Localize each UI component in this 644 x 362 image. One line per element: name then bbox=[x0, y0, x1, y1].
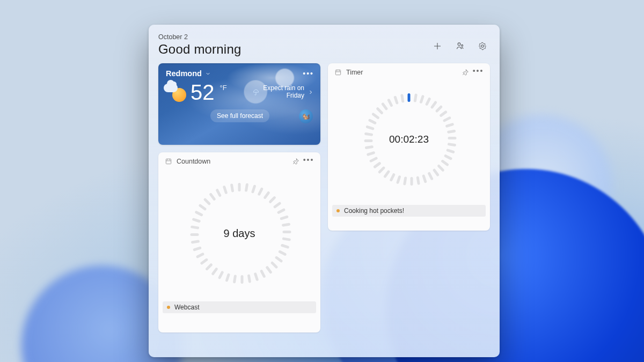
weather-temperature: 52 bbox=[191, 82, 215, 103]
gear-icon bbox=[478, 41, 487, 51]
countdown-dial: 9 days bbox=[183, 177, 296, 290]
countdown-status-text: Webcast bbox=[174, 304, 199, 311]
svg-point-0 bbox=[458, 43, 460, 46]
svg-rect-3 bbox=[166, 159, 171, 164]
weather-location-selector[interactable]: Redmond bbox=[166, 69, 211, 78]
svg-point-1 bbox=[462, 45, 463, 46]
more-icon: ••• bbox=[473, 67, 484, 75]
countdown-card: Countdown ••• 9 days Webcast bbox=[158, 152, 320, 333]
chevron-right-icon bbox=[308, 89, 314, 95]
status-dot-icon bbox=[167, 306, 170, 309]
header-greeting: Good morning bbox=[158, 42, 241, 57]
svg-point-2 bbox=[481, 45, 484, 48]
weather-unit: °F bbox=[220, 84, 227, 92]
timer-card: Timer ••• 00:02:23 Cooking hot pockets! bbox=[328, 63, 490, 231]
timer-dial: 00:02:23 bbox=[355, 86, 463, 193]
status-dot-icon bbox=[336, 209, 340, 212]
umbrella-icon bbox=[252, 88, 260, 96]
see-full-forecast-button[interactable]: See full forecast bbox=[210, 109, 269, 122]
timer-pin-button[interactable] bbox=[459, 66, 472, 79]
app-icon bbox=[334, 69, 342, 76]
person-icon bbox=[455, 41, 465, 51]
timer-more-button[interactable]: ••• bbox=[472, 66, 485, 79]
weather-alert-link[interactable]: Expect rain on Friday bbox=[252, 85, 314, 100]
weather-card[interactable]: Redmond ••• 52 °F bbox=[158, 63, 320, 145]
app-icon bbox=[165, 158, 172, 165]
settings-button[interactable] bbox=[477, 41, 488, 51]
add-widget-button[interactable] bbox=[432, 41, 443, 51]
weather-more-button[interactable]: ••• bbox=[303, 69, 314, 78]
pin-icon bbox=[462, 69, 469, 76]
timer-status[interactable]: Cooking hot pockets! bbox=[332, 205, 486, 217]
widgets-panel: October 2 Good morning Redmond bbox=[149, 25, 500, 357]
weather-condition-icon bbox=[166, 82, 186, 102]
svg-rect-4 bbox=[335, 70, 340, 75]
weather-location: Redmond bbox=[166, 69, 202, 78]
timer-title: Timer bbox=[346, 69, 363, 76]
more-icon: ••• bbox=[303, 69, 314, 78]
panel-header: October 2 Good morning bbox=[158, 33, 490, 57]
more-icon: ••• bbox=[303, 156, 314, 164]
weather-alert-text-1: Expect rain on bbox=[263, 85, 304, 92]
countdown-value: 9 days bbox=[183, 177, 296, 290]
chevron-down-icon bbox=[205, 71, 211, 77]
countdown-title: Countdown bbox=[177, 158, 210, 165]
account-button[interactable] bbox=[455, 41, 465, 51]
pin-icon bbox=[292, 158, 299, 165]
timer-status-text: Cooking hot pockets! bbox=[344, 207, 404, 215]
weather-provider-badge[interactable]: 🐿️ bbox=[299, 109, 313, 123]
countdown-pin-button[interactable] bbox=[289, 155, 302, 168]
countdown-more-button[interactable]: ••• bbox=[302, 155, 315, 168]
plus-icon bbox=[433, 41, 442, 51]
header-date: October 2 bbox=[158, 33, 241, 41]
weather-alert-text-2: Friday bbox=[263, 92, 304, 100]
countdown-status[interactable]: Webcast bbox=[163, 301, 316, 313]
